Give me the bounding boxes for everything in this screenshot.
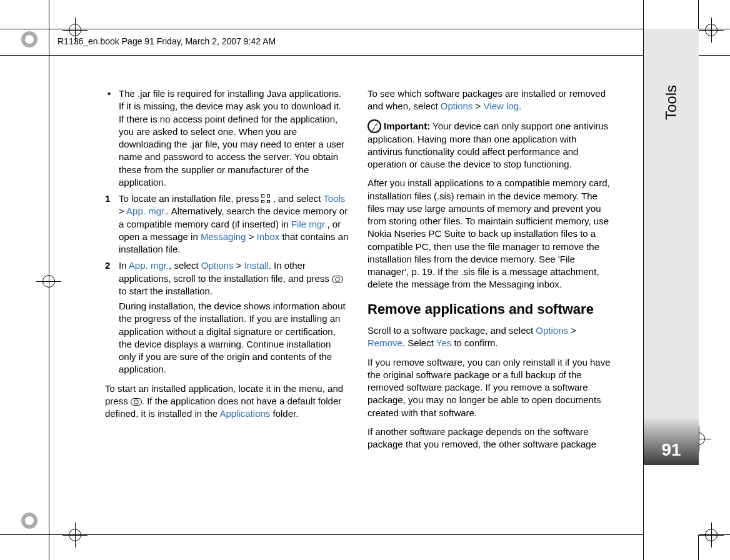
important-note: Important: Your device can only support … (368, 119, 611, 171)
link-file-mgr: File mgr. (291, 219, 328, 229)
paragraph-view-log: To see which software packages are insta… (368, 88, 611, 113)
section-tab-label: Tools (662, 85, 680, 120)
paragraph-reinstall: If you remove software, you can only rei… (368, 356, 611, 419)
crop-line-bottom (0, 534, 730, 535)
registration-target-icon (699, 522, 724, 548)
paragraph-start-app: To start an installed application, locat… (105, 382, 349, 421)
link-view-log: View log (484, 101, 519, 111)
crop-line-top-inner (0, 55, 730, 56)
step-1: To locate an installation file, press , … (105, 192, 349, 256)
link-app-mgr: App. mgr. (129, 260, 169, 271)
paragraph-depends: If another software package depends on t… (368, 426, 611, 451)
registration-target-icon (699, 18, 724, 42)
important-icon (368, 119, 381, 133)
crop-line-top (0, 29, 730, 29)
link-messaging: Messaging (201, 231, 246, 242)
link-tools: Tools (323, 193, 345, 204)
step-2: In App. mgr., select Options > Install. … (105, 259, 349, 376)
bullet-jar-file: The .jar file is required for installing… (105, 88, 349, 189)
page-number: 91 (644, 416, 699, 465)
link-app-mgr: App. mgr. (126, 206, 166, 216)
registration-dot-icon (21, 31, 38, 48)
link-remove: Remove (368, 338, 402, 348)
page-content: The .jar file is required for installing… (105, 88, 611, 488)
link-install: Install (244, 260, 269, 271)
heading-remove-apps: Remove applications and software (368, 300, 611, 319)
sidebar: Tools 91 (644, 29, 699, 535)
center-key-icon (332, 276, 343, 283)
link-inbox: Inbox (257, 231, 280, 242)
registration-target-icon (62, 522, 88, 548)
menu-key-icon (261, 194, 270, 203)
link-options: Options (201, 260, 234, 271)
print-header: R1136_en.book Page 91 Friday, March 2, 2… (58, 36, 276, 46)
link-applications: Applications (219, 408, 270, 419)
paragraph-after-install: After you install applications to a comp… (368, 177, 611, 291)
link-options: Options (441, 101, 473, 111)
link-yes: Yes (436, 338, 451, 348)
link-options: Options (536, 325, 568, 336)
registration-dot-icon (21, 512, 38, 529)
registration-target-icon (36, 269, 61, 294)
center-key-icon (131, 398, 142, 406)
paragraph-remove: Scroll to a software package, and select… (368, 324, 611, 350)
